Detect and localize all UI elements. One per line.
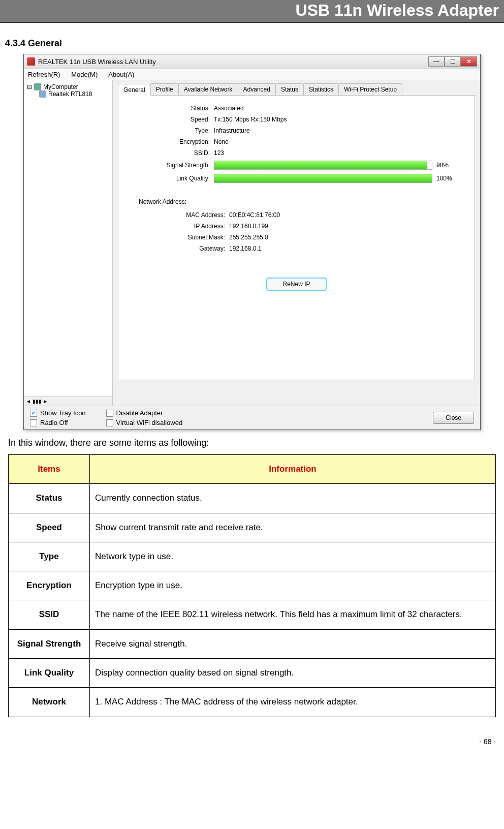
table-row: TypeNetwork type in use.: [9, 542, 496, 571]
show-tray-checkbox[interactable]: ✔: [30, 410, 37, 417]
lq-bar-bg: [214, 174, 432, 183]
show-tray-row[interactable]: ✔ Show Tray Icon: [30, 409, 86, 417]
menu-refresh[interactable]: Refresh(R): [28, 71, 60, 78]
virtual-wifi-label: Virtual WiFi disallowed: [116, 419, 183, 426]
bottom-bar: ✔ Show Tray Icon Radio Off Disable Adapt…: [24, 406, 480, 429]
value-type: Infrastructure: [214, 127, 459, 134]
menubar: Refresh(R) Mode(M) About(A): [24, 69, 480, 80]
link-quality-bar: 100%: [214, 174, 459, 183]
table-row: EncryptionEncryption type in use.: [9, 571, 496, 600]
signal-strength-bar: 98%: [214, 161, 459, 170]
row-type: Type: Infrastructure: [134, 127, 459, 134]
value-mac: 00:E0:4C:81:76:00: [229, 211, 459, 219]
virtual-wifi-row[interactable]: Virtual WiFi disallowed: [106, 419, 183, 426]
disable-adapter-row[interactable]: Disable Adapter: [106, 409, 183, 417]
section-name: General: [28, 38, 62, 48]
tab-wifi-protect[interactable]: Wi-Fi Protect Setup: [338, 83, 402, 95]
value-ssid: 123: [214, 149, 459, 157]
row-link-quality: Link Quality: 100%: [134, 174, 459, 183]
label-ip: IP Address:: [134, 223, 225, 230]
close-x-button[interactable]: ✕: [461, 56, 477, 67]
label-ssid: SSID:: [134, 149, 210, 157]
tree-child[interactable]: Realtek RTL818: [39, 90, 110, 98]
title-text: REALTEK 11n USB Wireless LAN Utility: [27, 57, 156, 66]
section-number: 4.3.4: [5, 38, 25, 48]
row-encryption: Encryption: None: [134, 138, 459, 145]
cell-info: 1. MAC Address : The MAC address of the …: [90, 688, 496, 717]
radio-off-checkbox[interactable]: [30, 419, 37, 426]
cell-item: Type: [9, 542, 90, 571]
table-row: SpeedShow current transmit rate and rece…: [9, 513, 496, 542]
titlebar: REALTEK 11n USB Wireless LAN Utility — ☐…: [24, 54, 480, 69]
tree-root-label: MyComputer: [43, 83, 78, 90]
cell-item: Status: [9, 484, 90, 513]
cell-info: Display connection quality based on sign…: [90, 659, 496, 688]
label-mac: MAC Address:: [134, 211, 225, 219]
cell-info: Show current transmit rate and receive r…: [90, 513, 496, 542]
table-header-row: Items Information: [9, 455, 496, 484]
value-status: Associated: [214, 105, 459, 112]
menu-about[interactable]: About(A): [108, 71, 134, 78]
tab-advanced[interactable]: Advanced: [238, 83, 276, 95]
page-header: USB 11n Wireless Adapter: [0, 0, 504, 23]
label-gateway: Gateway:: [134, 245, 225, 252]
label-link-quality: Link Quality:: [134, 175, 210, 182]
cell-info: Receive signal strength.: [90, 629, 496, 658]
disable-adapter-label: Disable Adapter: [116, 409, 163, 417]
sidebar: ⊟ MyComputer Realtek RTL818 ◄ ▮▮▮ ►: [24, 80, 113, 406]
label-mask: Subnet Mask:: [134, 234, 225, 241]
virtual-wifi-checkbox[interactable]: [106, 419, 113, 426]
table-row: SSIDThe name of the IEEE 802.11 wireless…: [9, 600, 496, 629]
window-title: REALTEK 11n USB Wireless LAN Utility: [38, 58, 156, 66]
disable-adapter-checkbox[interactable]: [106, 410, 113, 417]
tree-child-label: Realtek RTL818: [48, 90, 92, 98]
tree-toggle-icon[interactable]: ⊟: [27, 83, 32, 90]
main-panel: General Profile Available Network Advanc…: [113, 80, 480, 406]
value-gateway: 192.168.0.1: [229, 245, 459, 252]
hdr-items: Items: [9, 455, 90, 484]
computer-icon: [34, 83, 41, 90]
tab-statistics[interactable]: Statistics: [303, 83, 339, 95]
label-type: Type:: [134, 127, 210, 134]
lq-pct: 100%: [436, 175, 459, 182]
maximize-button[interactable]: ☐: [445, 56, 461, 67]
intro-text: In this window, there are some items as …: [8, 438, 496, 448]
cell-item: Signal Strength: [9, 629, 90, 658]
label-status: Status:: [134, 105, 210, 112]
section-title: 4.3.4 General: [5, 38, 504, 49]
label-signal-strength: Signal Strength:: [134, 162, 210, 169]
cell-item: Encryption: [9, 571, 90, 600]
menu-mode[interactable]: Mode(M): [71, 71, 98, 78]
lq-bar-fill: [214, 174, 432, 182]
renew-ip-button[interactable]: ReNew IP: [266, 278, 326, 291]
table-row: StatusCurrently connection status.: [9, 484, 496, 513]
tree-root[interactable]: ⊟ MyComputer: [27, 83, 110, 90]
value-mask: 255.255.255.0: [229, 234, 459, 241]
network-address-block: MAC Address: 00:E0:4C:81:76:00 IP Addres…: [134, 211, 459, 252]
radio-off-row[interactable]: Radio Off: [30, 419, 86, 426]
tab-status[interactable]: Status: [275, 83, 304, 95]
sidebar-scrollbar[interactable]: ◄ ▮▮▮ ►: [24, 396, 112, 406]
value-ip: 192.168.0.199: [229, 223, 459, 230]
tab-content: Status: Associated Speed: Tx:150 Mbps Rx…: [118, 96, 475, 380]
tab-profile[interactable]: Profile: [150, 83, 179, 95]
value-encryption: None: [214, 138, 459, 145]
adapter-icon: [39, 90, 46, 98]
signal-pct: 98%: [436, 162, 459, 169]
cell-item: Network: [9, 688, 90, 717]
tab-general[interactable]: General: [118, 84, 151, 96]
table-row: Network1. MAC Address : The MAC address …: [9, 688, 496, 717]
table-row: Signal StrengthReceive signal strength.: [9, 629, 496, 658]
info-table: Items Information StatusCurrently connec…: [8, 454, 496, 717]
signal-bar-bg: [214, 161, 432, 170]
minimize-button[interactable]: —: [428, 56, 445, 67]
app-body: ⊟ MyComputer Realtek RTL818 ◄ ▮▮▮ ► Gene…: [24, 80, 480, 406]
radio-off-label: Radio Off: [40, 419, 68, 426]
bottom-col-mid: Disable Adapter Virtual WiFi disallowed: [106, 409, 183, 426]
tab-available-network[interactable]: Available Network: [178, 83, 238, 95]
close-button[interactable]: Close: [433, 412, 474, 424]
hdr-info: Information: [90, 455, 496, 484]
app-icon: [27, 57, 35, 66]
bottom-col-left: ✔ Show Tray Icon Radio Off: [30, 409, 86, 426]
tabs: General Profile Available Network Advanc…: [118, 83, 475, 96]
